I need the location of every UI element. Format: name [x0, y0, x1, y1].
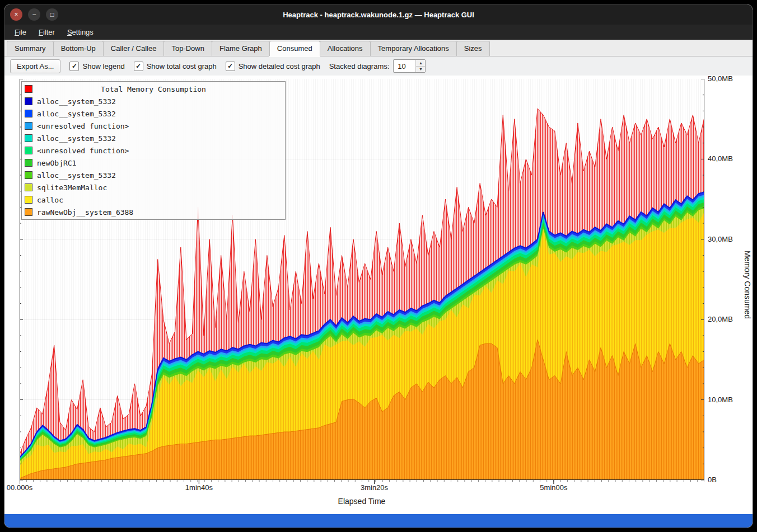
legend-swatch [25, 208, 32, 216]
legend-swatch [25, 134, 32, 142]
spinbox-arrows: ▲ ▼ [415, 60, 425, 72]
checkbox-check-icon[interactable]: ✓ [134, 62, 143, 71]
tab-bar: SummaryBottom-UpCaller / CalleeTop-DownF… [4, 40, 753, 57]
y-tick-label: 40,0MB [708, 154, 747, 163]
legend-label: alloc__system_5332 [37, 134, 116, 143]
spinbox-up-arrow-icon[interactable]: ▲ [416, 60, 425, 67]
legend-item-alloc-system-5332: alloc__system_5332 [25, 107, 282, 120]
legend-swatch [25, 147, 32, 154]
y-tick-label: 20,0MB [708, 315, 747, 324]
x-axis-title: Elapsed Time [338, 497, 386, 506]
x-tick-label: 5min00s [540, 483, 567, 492]
menu-item-file[interactable]: File [9, 26, 32, 39]
tab-flame-graph[interactable]: Flame Graph [212, 41, 270, 56]
x-tick-label: 00.000s [7, 483, 32, 492]
legend-item-unresolved-function: <unresolved function> [25, 120, 282, 132]
checkbox-show-total-cost-graph[interactable]: ✓Show total cost graph [134, 62, 217, 71]
maximize-button[interactable]: □ [46, 8, 58, 21]
legend-item-alloc-system-5332: alloc__system_5332 [25, 132, 282, 144]
stacked-diagrams-value[interactable]: 10 [394, 60, 415, 72]
y-tick-label: 50,0MB [708, 74, 747, 83]
legend-title-row: Total Memory Consumption [25, 83, 282, 95]
legend-item-sqlite3memmalloc: sqlite3MemMalloc [25, 181, 282, 194]
legend-label: alloc__system_5332 [37, 171, 116, 180]
window-controls: ×−□ [10, 8, 58, 21]
legend-label: <unresolved function> [37, 147, 129, 155]
legend-label: calloc [37, 196, 63, 204]
legend-item-rawnewobj-system-6388: rawNewObj__system_6388 [25, 206, 282, 218]
legend-swatch [25, 171, 32, 179]
toolbar-checkboxes: ✓Show legend✓Show total cost graph✓Show … [69, 62, 320, 71]
minimize-button[interactable]: − [28, 8, 40, 21]
heaptrack-window: ×−□ Heaptrack - heaptrack.wakunode.1.gz … [4, 4, 753, 528]
legend-item-unresolved-function: <unresolved function> [25, 144, 282, 157]
tab-bottom-up[interactable]: Bottom-Up [53, 41, 104, 56]
close-button[interactable]: × [10, 8, 22, 21]
legend-swatch [25, 183, 32, 191]
y-tick-label: 0B [708, 475, 747, 484]
legend-label: sqlite3MemMalloc [37, 183, 107, 192]
tab-consumed[interactable]: Consumed [269, 41, 320, 56]
legend-label: <unresolved function> [37, 122, 129, 130]
checkbox-label: Show total cost graph [147, 62, 217, 70]
y-axis-title: Memory Consumed [743, 251, 752, 319]
legend-swatch [25, 110, 32, 117]
spinbox-down-arrow-icon[interactable]: ▼ [416, 67, 425, 73]
checkbox-check-icon[interactable]: ✓ [69, 62, 79, 71]
legend-swatch [25, 196, 32, 204]
stacked-diagrams-group: Stacked diagrams: 10 ▲ ▼ [329, 59, 426, 73]
chart-legend: Total Memory Consumption alloc__system_5… [21, 81, 286, 220]
toolbar: Export As... ✓Show legend✓Show total cos… [4, 57, 753, 76]
legend-item-alloc-system-5332: alloc__system_5332 [25, 169, 282, 181]
tab-sizes[interactable]: Sizes [456, 41, 490, 56]
window-title: Heaptrack - heaptrack.wakunode.1.gz — He… [4, 11, 753, 19]
legend-title: Total Memory Consumption [101, 85, 206, 93]
checkbox-check-icon[interactable]: ✓ [226, 62, 235, 71]
legend-swatch [25, 122, 32, 130]
tab-summary[interactable]: Summary [7, 41, 54, 56]
checkbox-show-detailed-cost-graph[interactable]: ✓Show detailed cost graph [226, 62, 320, 71]
legend-total-swatch [25, 85, 32, 93]
legend-item-alloc-system-5332: alloc__system_5332 [25, 95, 282, 107]
tab-top-down[interactable]: Top-Down [163, 41, 212, 56]
tab-temporary-allocations[interactable]: Temporary Allocations [370, 41, 457, 56]
checkbox-label: Show detailed cost graph [239, 62, 320, 70]
legend-swatch [25, 159, 32, 167]
stacked-diagrams-label: Stacked diagrams: [329, 62, 390, 70]
chart-panel: Total Memory Consumption alloc__system_5… [4, 76, 753, 514]
x-tick-label: 3min20s [361, 483, 388, 492]
y-tick-label: 30,0MB [708, 235, 747, 244]
export-as-button[interactable]: Export As... [10, 59, 60, 73]
stacked-diagrams-spinbox[interactable]: 10 ▲ ▼ [393, 59, 426, 73]
legend-swatch [25, 97, 32, 105]
tab-allocations[interactable]: Allocations [320, 41, 371, 56]
legend-item-calloc: calloc [25, 194, 282, 206]
checkbox-show-legend[interactable]: ✓Show legend [69, 62, 124, 71]
legend-label: alloc__system_5332 [37, 97, 116, 106]
timeline-scrollbar[interactable] [4, 514, 753, 528]
titlebar[interactable]: ×−□ Heaptrack - heaptrack.wakunode.1.gz … [4, 4, 753, 25]
legend-label: newObjRC1 [37, 159, 76, 167]
menu-item-filter[interactable]: Filter [33, 26, 60, 39]
tab-caller-callee[interactable]: Caller / Callee [103, 41, 165, 56]
legend-label: alloc__system_5332 [37, 110, 116, 118]
menubar: FileFilterSettings [4, 25, 753, 40]
checkbox-label: Show legend [82, 62, 124, 70]
legend-item-newobjrc1: newObjRC1 [25, 157, 282, 169]
x-tick-label: 1min40s [185, 483, 213, 492]
legend-label: rawNewObj__system_6388 [37, 208, 133, 216]
menu-item-settings[interactable]: Settings [62, 26, 99, 39]
y-tick-label: 10,0MB [708, 396, 747, 404]
